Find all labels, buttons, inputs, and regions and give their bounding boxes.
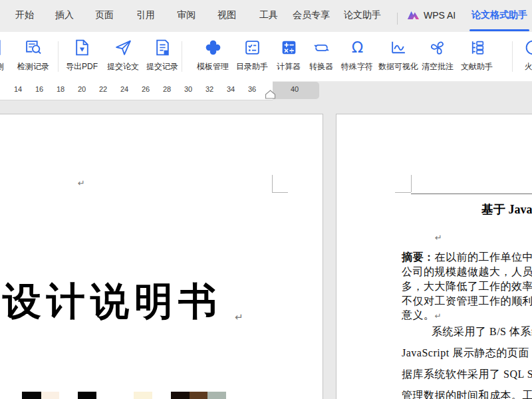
toolbar-item-label: 提交记录 xyxy=(146,61,178,72)
color-swatch xyxy=(190,392,207,399)
color-swatch xyxy=(134,392,152,399)
toolbar-item-tree-list[interactable]: 文献助手 xyxy=(448,39,505,72)
doc-list-icon xyxy=(154,39,172,57)
toolbar-item-circle[interactable]: 火萤 xyxy=(504,39,532,72)
toolbar-item-label: 特殊字符 xyxy=(341,61,373,72)
menu-bar: 开始插入页面引用审阅视图工具会员专享论文助手 WPS AI 论文格式助手 xyxy=(0,0,532,33)
ruler-number: 28 xyxy=(163,85,171,93)
horizontal-ruler: 14161820222426283032343640 xyxy=(0,81,532,100)
wps-ai-label: WPS AI xyxy=(424,10,456,21)
color-swatch xyxy=(171,392,190,399)
doc-search-icon xyxy=(25,39,43,57)
menu-tab-5[interactable]: 视图 xyxy=(217,9,236,21)
toolbar-item-label: 导出PDF xyxy=(66,61,98,72)
paragraph-mark: ↵ xyxy=(235,311,243,323)
margin-corner-mark xyxy=(272,192,288,193)
circle-icon xyxy=(524,39,532,57)
wps-ai-tab[interactable]: WPS AI xyxy=(407,9,456,21)
menu-tab-paper-format-assistant[interactable]: 论文格式助手 xyxy=(471,9,527,21)
checklist-icon xyxy=(243,39,261,57)
indent-marker[interactable] xyxy=(265,90,276,99)
abstract-text-line: 公司的规模越做越大，人员 xyxy=(402,265,532,279)
toolbar-item-label: 检测 xyxy=(0,61,4,72)
menu-tab-3[interactable]: 引用 xyxy=(136,9,155,21)
ruler-number: 22 xyxy=(99,85,107,93)
ruler-number: 24 xyxy=(120,85,128,93)
ruler-number: 34 xyxy=(227,85,235,93)
menu-tab-1[interactable]: 插入 xyxy=(55,9,74,21)
menu-divider xyxy=(397,13,398,25)
color-swatch xyxy=(207,392,226,399)
tree-list-icon xyxy=(468,39,486,57)
menu-tab-4[interactable]: 审阅 xyxy=(177,9,196,21)
menu-tab-6[interactable]: 工具 xyxy=(259,9,278,21)
wps-ai-logo-icon xyxy=(407,9,420,21)
abstract-text-line: 多，大大降低了工作的效率 xyxy=(402,279,532,293)
document-title-text: 设计说明书 xyxy=(3,279,222,324)
svg-text:Ω: Ω xyxy=(351,39,362,56)
menu-tab-2[interactable]: 页面 xyxy=(95,9,114,21)
abstract-text-line: 意义。↵ xyxy=(402,308,442,323)
pdf-icon xyxy=(73,39,91,57)
abstract-text-line: JavaScript 展示静态的页面 xyxy=(402,346,529,360)
color-swatch xyxy=(78,392,96,399)
puzzle-icon xyxy=(204,39,222,57)
color-swatch xyxy=(22,392,41,399)
toolbar-item-label: 文献助手 xyxy=(461,61,493,72)
abstract-text-line: 管理数据的时间和成本。工 xyxy=(402,388,532,399)
ruler-number: 40 xyxy=(291,85,299,93)
menu-tab-8[interactable]: 论文助手 xyxy=(344,9,381,21)
margin-corner-mark xyxy=(272,175,273,192)
convert-arrows-icon xyxy=(313,39,331,57)
menu-tab-0[interactable]: 开始 xyxy=(15,9,34,21)
toolbar-group-divider xyxy=(58,41,59,72)
toolbar-item-doc-list[interactable]: 提交记录 xyxy=(134,39,191,72)
ruler-number: 14 xyxy=(14,85,22,93)
document-page-right[interactable]: 基于 Java ↵ 摘要：在以前的工作单位中公司的规模越做越大，人员多，大大降低… xyxy=(336,114,532,399)
toolbar-item-label: 检测记录 xyxy=(17,61,49,72)
ruler-number: 36 xyxy=(248,85,256,93)
menu-tab-7[interactable]: 会员专享 xyxy=(293,9,330,21)
pinwheel-icon xyxy=(429,39,447,57)
margin-corner-mark xyxy=(411,175,412,192)
ruler-number: 32 xyxy=(205,85,213,93)
omega-icon: Ω xyxy=(348,39,366,57)
abstract-text-line: 据库系统软件采用了 SQL S xyxy=(402,367,532,381)
margin-corner-mark xyxy=(395,192,411,193)
paper-plane-icon xyxy=(114,39,132,57)
abstract-text-line: 摘要：在以前的工作单位中 xyxy=(402,250,532,264)
toolbar-group-divider xyxy=(512,41,513,72)
ruler-number: 18 xyxy=(57,85,65,93)
paragraph-mark: ↵ xyxy=(435,233,442,243)
ruler-number: 30 xyxy=(184,85,192,93)
active-tab-underline xyxy=(469,29,529,31)
header-separator-line xyxy=(411,194,532,194)
document-page-left[interactable]: ↵ 设计说明书 ↵ xyxy=(0,114,323,399)
paper-title-text: 基于 Java xyxy=(481,201,532,217)
paragraph-mark: ↵ xyxy=(78,178,85,188)
color-swatch xyxy=(41,392,59,399)
toolbar-group-divider xyxy=(182,41,182,72)
ruler-number: 16 xyxy=(35,85,43,93)
ruler-number: 26 xyxy=(142,85,150,93)
toolbar-item-label: 火萤 xyxy=(525,61,532,72)
ribbon-toolbar: 检测检测记录导出PDF提交论文提交记录模板管理目录助手计算器转换器Ω特殊字符数据… xyxy=(0,32,532,82)
abstract-text-line: 不仅对工资管理工作的顺利 xyxy=(402,294,532,308)
abstract-text-line: 系统采用了 B/S 体系结 xyxy=(432,325,532,338)
line-chart-icon xyxy=(390,39,408,57)
ruler-number: 20 xyxy=(78,85,86,93)
